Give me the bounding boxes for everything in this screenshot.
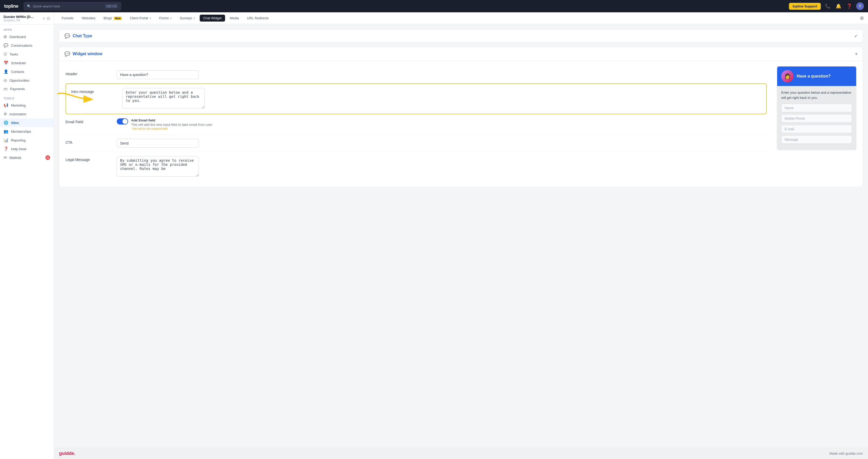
intro-message-input[interactable]: Enter your question below and a represen… <box>122 88 205 109</box>
sidebar-item-help-desk[interactable]: ❓ Help Desk <box>0 145 54 153</box>
mailfold-icon: ✉ <box>4 155 7 160</box>
sidebar-item-dashboard[interactable]: ⊞ Dashboard <box>0 32 54 41</box>
company-name: Dunder Mifflin [D... <box>4 15 41 19</box>
nav-item-blogs[interactable]: Blogs New <box>100 14 125 22</box>
marketing-icon: 📢 <box>4 103 8 108</box>
preview-field-email: E-mail <box>781 125 852 133</box>
app-logo: topline <box>4 4 19 9</box>
sidebar-item-sites[interactable]: 🌐 Sites <box>0 118 54 127</box>
toggle-note: * this will be the required field <box>131 127 167 130</box>
company-sub: Scranton, PA <box>4 19 41 22</box>
sidebar-item-conversations[interactable]: 💬 Conversations <box>0 41 54 50</box>
email-toggle[interactable] <box>117 118 128 124</box>
nav-item-chat-widget[interactable]: Chat Widget <box>200 14 225 22</box>
search-placeholder: Quick search here <box>33 4 60 8</box>
preview-intro-text: Enter your question below and a represen… <box>781 90 852 100</box>
toggle-thumb <box>122 119 128 124</box>
sidebar-item-reporting[interactable]: 📊 Reporting <box>0 136 54 145</box>
sidebar-item-mailfold[interactable]: ✉ Mailfold 21 <box>0 153 54 162</box>
widget-window-header[interactable]: 💬 Widget window ▾ <box>59 47 863 61</box>
footer-logo: guidde. <box>59 451 75 456</box>
sidebar-item-contacts[interactable]: 👤 Contacts <box>0 67 54 76</box>
tasks-icon: ☑ <box>4 52 7 57</box>
preview-field-message: Message <box>781 135 852 144</box>
nav-item-client-portal[interactable]: Client Portal ▾ <box>126 14 155 22</box>
sidebar-item-label: Conversations <box>11 43 32 48</box>
settings-icon[interactable]: ⚙ <box>860 16 864 21</box>
phone-icon[interactable]: 📞 <box>824 2 832 10</box>
widget-window-icon: 💬 <box>64 51 70 57</box>
sidebar-item-opportunities[interactable]: ◎ Opportunities <box>0 76 54 85</box>
search-shortcut: Ctrl + K <box>105 4 118 8</box>
sidebar-item-tasks[interactable]: ☑ Tasks <box>0 50 54 59</box>
legal-message-input[interactable]: By submitting you agree to receive SMS o… <box>117 156 199 177</box>
automation-icon: ⚙ <box>4 112 7 116</box>
preview-field-name: Name <box>781 104 852 112</box>
help-icon[interactable]: ❓ <box>845 2 853 10</box>
header-label: Header <box>65 70 112 76</box>
nav-item-surveys[interactable]: Surveys ▾ <box>176 14 199 22</box>
preview-body: Enter your question below and a represen… <box>777 86 856 150</box>
widget-body: Header <box>59 61 863 187</box>
nav-item-url-redirects[interactable]: URL Redirects <box>244 14 272 22</box>
toggle-sub: This will add the new input field to tak… <box>131 123 212 127</box>
legal-message-input-wrapper: By submitting you agree to receive SMS o… <box>117 156 767 178</box>
sidebar-item-label: Tasks <box>9 52 18 56</box>
sites-icon: 🌐 <box>4 120 8 125</box>
chat-type-checkmark: ✓ <box>854 34 858 38</box>
layout-icon[interactable]: ⊟ <box>47 16 50 21</box>
nav-item-forms[interactable]: Forms ▾ <box>156 14 175 22</box>
payments-icon: 🗃 <box>4 87 7 91</box>
nav-item-media[interactable]: Media <box>226 14 242 22</box>
scheduler-icon: 📅 <box>4 61 8 65</box>
dashboard-icon: ⊞ <box>4 34 7 39</box>
sidebar-item-label: Mailfold <box>9 156 21 160</box>
widget-window-section: 💬 Widget window ▾ Header <box>59 47 863 187</box>
top-navigation: topline 🔍 Quick search here Ctrl + K top… <box>0 0 868 12</box>
widget-form-side: Header <box>65 66 767 182</box>
widget-two-col: Header <box>65 66 857 182</box>
preview-header-text: Have a question? <box>797 74 831 79</box>
chat-type-header[interactable]: 💬 Chat Type ✓ <box>59 30 863 42</box>
sidebar-item-automation[interactable]: ⚙ Automation <box>0 110 54 118</box>
cta-input[interactable] <box>117 139 199 148</box>
sidebar-item-label: Scheduler <box>11 61 26 65</box>
blogs-badge: New <box>114 17 122 20</box>
company-dropdown-icon[interactable]: ▾ <box>43 17 45 20</box>
sidebar-item-memberships[interactable]: 👥 Memberships <box>0 127 54 136</box>
sidebar-item-marketing[interactable]: 📢 Marketing <box>0 101 54 110</box>
search-icon: 🔍 <box>27 4 31 8</box>
tools-section-label: Tools <box>0 93 54 101</box>
support-button[interactable]: topline Support <box>789 3 821 10</box>
collapse-toggle-icon[interactable]: ▾ <box>855 51 858 57</box>
user-avatar[interactable]: T <box>856 2 864 10</box>
preview-header: 👩 Have a question? <box>777 66 856 86</box>
sidebar-item-label: Opportunities <box>9 79 29 83</box>
email-field-label: Email Field <box>65 118 112 124</box>
nav-item-websites[interactable]: Websites <box>78 14 99 22</box>
toggle-label: Add Email field <box>131 118 212 122</box>
sidebar-item-scheduler[interactable]: 📅 Scheduler <box>0 59 54 67</box>
apps-section-label: Apps <box>0 25 54 32</box>
sidebar-item-label: Reporting <box>11 139 25 142</box>
sidebar-item-label: Help Desk <box>11 147 26 151</box>
page-navigation: Funnels Websites Blogs New Client Portal… <box>54 12 868 24</box>
intro-message-input-wrapper: Enter your question below and a represen… <box>122 88 761 110</box>
legal-message-label: Legal Message <box>65 156 112 162</box>
sidebar-item-label: Automation <box>9 112 26 116</box>
chat-type-icon: 💬 <box>64 33 70 39</box>
header-input[interactable] <box>117 70 199 79</box>
chat-type-title: Chat Type <box>73 34 851 38</box>
sidebar: Dunder Mifflin [D... Scranton, PA ▾ ⊟ Ap… <box>0 12 54 459</box>
email-field-row: Email Field Add Email field <box>65 114 767 135</box>
sidebar-item-label: Marketing <box>11 103 26 107</box>
intro-message-row: Intro message Enter your question below … <box>65 84 767 114</box>
bell-icon[interactable]: 🔔 <box>835 2 842 10</box>
toggle-info: Add Email field This will add the new in… <box>131 118 212 130</box>
search-bar[interactable]: 🔍 Quick search here Ctrl + K <box>24 2 121 10</box>
email-field-control: Add Email field This will add the new in… <box>117 118 767 130</box>
sidebar-item-payments[interactable]: 🗃 Payments <box>0 85 54 93</box>
nav-item-funnels[interactable]: Funnels <box>58 14 77 22</box>
footer-tagline: Made with guidde.com <box>830 452 863 455</box>
header-input-wrapper <box>117 70 767 79</box>
